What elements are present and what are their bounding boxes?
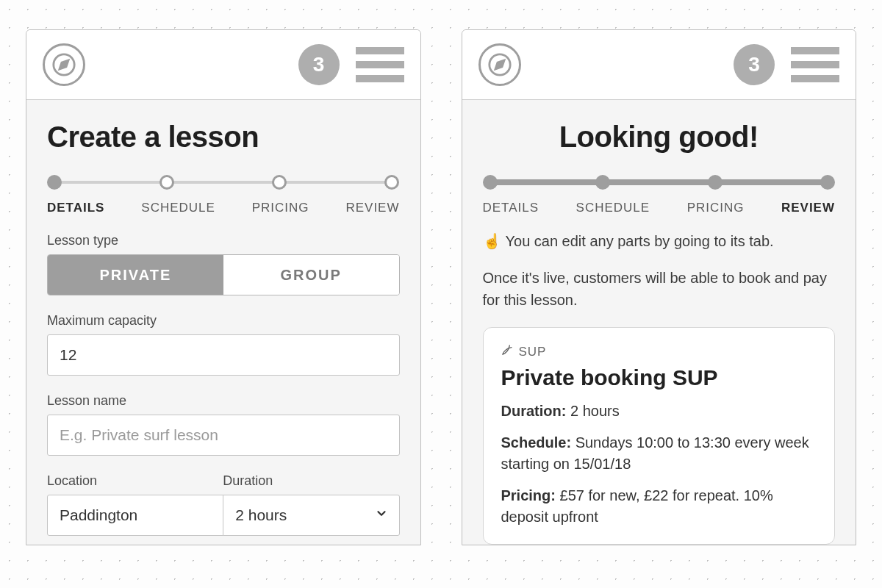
app-header: 3 bbox=[462, 30, 856, 100]
max-capacity-input[interactable] bbox=[47, 334, 400, 376]
hamburger-menu-icon[interactable] bbox=[356, 47, 404, 82]
step-dot-pricing[interactable] bbox=[272, 175, 287, 190]
page-title: Create a lesson bbox=[47, 121, 400, 154]
duration-select[interactable] bbox=[223, 495, 399, 536]
progress-stepper: DETAILS SCHEDULE PRICING REVIEW bbox=[483, 174, 836, 215]
step-label-details[interactable]: DETAILS bbox=[47, 201, 104, 215]
label-lesson-type: Lesson type bbox=[47, 233, 400, 248]
svg-marker-3 bbox=[495, 60, 503, 69]
page-title: Looking good! bbox=[483, 121, 836, 154]
step-label-schedule[interactable]: SCHEDULE bbox=[576, 201, 650, 215]
card-pricing: Pricing: £57 for new, £22 for repeat. 10… bbox=[501, 485, 817, 528]
app-header: 3 bbox=[26, 30, 420, 100]
edit-hint-text: You can edit any parts by going to its t… bbox=[506, 233, 774, 249]
step-dot-pricing[interactable] bbox=[708, 175, 723, 190]
step-dot-schedule[interactable] bbox=[159, 175, 174, 190]
review-card: SUP Private booking SUP Duration: 2 hour… bbox=[483, 327, 836, 545]
card-schedule: Schedule: Sundays 10:00 to 13:30 every w… bbox=[501, 432, 817, 475]
notification-badge[interactable]: 3 bbox=[298, 44, 340, 85]
location-input[interactable] bbox=[47, 495, 223, 536]
segmented-group-button[interactable]: GROUP bbox=[223, 255, 399, 295]
step-dot-review[interactable] bbox=[384, 175, 399, 190]
segmented-private-button[interactable]: PRIVATE bbox=[48, 255, 223, 295]
edit-hint: ☝️You can edit any parts by going to its… bbox=[483, 230, 836, 252]
svg-marker-1 bbox=[60, 60, 68, 69]
label-location: Location bbox=[47, 473, 223, 489]
label-duration: Duration bbox=[223, 473, 399, 489]
card-category-text: SUP bbox=[519, 345, 547, 359]
compass-logo-icon bbox=[478, 43, 521, 86]
live-info-text: Once it's live, customers will be able t… bbox=[483, 267, 836, 311]
step-label-details[interactable]: DETAILS bbox=[483, 201, 539, 215]
step-dot-details[interactable] bbox=[47, 175, 62, 190]
hamburger-menu-icon[interactable] bbox=[791, 47, 839, 82]
label-lesson-name: Lesson name bbox=[47, 393, 400, 409]
compass-logo-icon bbox=[43, 43, 85, 86]
card-category: SUP bbox=[501, 344, 817, 359]
notification-badge[interactable]: 3 bbox=[734, 44, 775, 85]
step-label-pricing[interactable]: PRICING bbox=[252, 201, 309, 215]
step-dot-details[interactable] bbox=[483, 175, 498, 190]
card-duration: Duration: 2 hours bbox=[501, 401, 817, 422]
pointing-up-icon: ☝️ bbox=[483, 233, 501, 249]
card-title: Private booking SUP bbox=[501, 365, 817, 390]
lesson-type-segmented: PRIVATE GROUP bbox=[47, 254, 400, 295]
step-label-schedule[interactable]: SCHEDULE bbox=[141, 201, 215, 215]
step-label-review[interactable]: REVIEW bbox=[345, 201, 399, 215]
right-screen: 3 Looking good! DETAILS SC bbox=[462, 29, 857, 545]
step-label-pricing[interactable]: PRICING bbox=[687, 201, 745, 215]
progress-stepper: DETAILS SCHEDULE PRICING REVIEW bbox=[47, 174, 400, 215]
step-dot-schedule[interactable] bbox=[595, 175, 610, 190]
lesson-name-input[interactable] bbox=[47, 415, 400, 456]
leaf-icon bbox=[501, 344, 513, 359]
label-max-capacity: Maximum capacity bbox=[47, 313, 400, 329]
left-screen: 3 Create a lesson DETAILS bbox=[26, 29, 421, 545]
step-dot-review[interactable] bbox=[820, 175, 835, 190]
step-label-review[interactable]: REVIEW bbox=[781, 201, 835, 215]
